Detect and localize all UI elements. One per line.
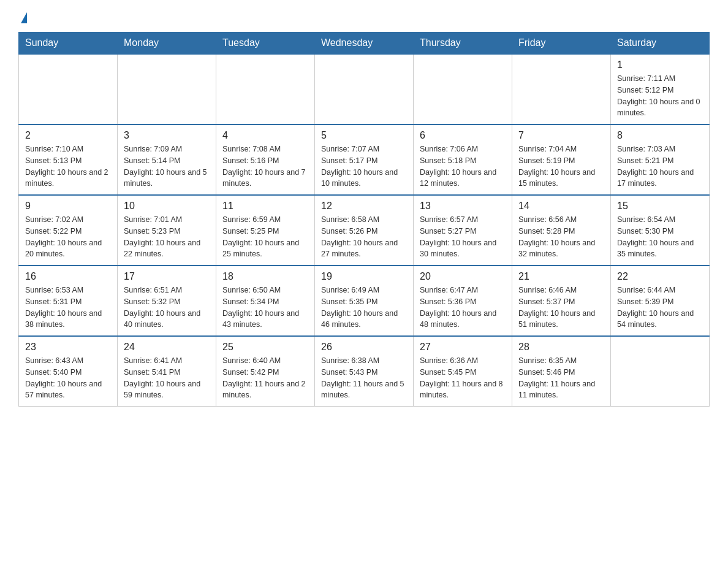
day-number: 23 [25,342,111,353]
day-info: Sunrise: 6:49 AMSunset: 5:35 PMDaylight:… [321,285,407,331]
day-info: Sunrise: 6:35 AMSunset: 5:46 PMDaylight:… [518,355,604,401]
day-number: 10 [124,201,210,212]
calendar-cell: 3Sunrise: 7:09 AMSunset: 5:14 PMDaylight… [118,124,216,195]
day-number: 12 [321,201,407,212]
day-of-week-header: Friday [512,33,611,55]
day-number: 3 [124,130,210,141]
day-number: 1 [617,59,703,71]
calendar-cell: 28Sunrise: 6:35 AMSunset: 5:46 PMDayligh… [512,336,611,407]
day-info: Sunrise: 6:36 AMSunset: 5:45 PMDaylight:… [420,355,506,401]
calendar-cell: 16Sunrise: 6:53 AMSunset: 5:31 PMDayligh… [19,266,118,336]
day-number: 25 [222,342,308,353]
calendar-cell: 22Sunrise: 6:44 AMSunset: 5:39 PMDayligh… [611,266,710,336]
day-number: 28 [518,342,604,353]
day-number: 24 [124,342,210,353]
day-info: Sunrise: 7:07 AMSunset: 5:17 PMDaylight:… [321,144,407,190]
calendar-cell: 11Sunrise: 6:59 AMSunset: 5:25 PMDayligh… [216,195,315,266]
calendar-cell [414,54,512,124]
calendar-week-row: 16Sunrise: 6:53 AMSunset: 5:31 PMDayligh… [19,266,710,336]
day-number: 8 [617,130,703,141]
calendar-cell: 9Sunrise: 7:02 AMSunset: 5:22 PMDaylight… [19,195,118,266]
day-number: 26 [321,342,407,353]
day-number: 2 [25,130,111,141]
calendar-week-row: 2Sunrise: 7:10 AMSunset: 5:13 PMDaylight… [19,124,710,195]
day-info: Sunrise: 6:38 AMSunset: 5:43 PMDaylight:… [321,355,407,401]
day-number: 20 [420,271,506,282]
calendar-cell: 13Sunrise: 6:57 AMSunset: 5:27 PMDayligh… [414,195,512,266]
day-info: Sunrise: 7:03 AMSunset: 5:21 PMDaylight:… [617,144,703,190]
calendar-cell: 5Sunrise: 7:07 AMSunset: 5:17 PMDaylight… [315,124,414,195]
calendar-week-row: 1Sunrise: 7:11 AMSunset: 5:12 PMDaylight… [19,54,710,124]
day-number: 19 [321,271,407,282]
day-number: 27 [420,342,506,353]
calendar-week-row: 23Sunrise: 6:43 AMSunset: 5:40 PMDayligh… [19,336,710,407]
calendar-cell: 14Sunrise: 6:56 AMSunset: 5:28 PMDayligh… [512,195,611,266]
day-number: 21 [518,271,604,282]
day-of-week-header: Monday [118,33,216,55]
calendar-cell: 24Sunrise: 6:41 AMSunset: 5:41 PMDayligh… [118,336,216,407]
day-of-week-header: Sunday [19,33,118,55]
calendar-cell: 26Sunrise: 6:38 AMSunset: 5:43 PMDayligh… [315,336,414,407]
day-number: 14 [518,201,604,212]
calendar-cell: 4Sunrise: 7:08 AMSunset: 5:16 PMDaylight… [216,124,315,195]
day-info: Sunrise: 6:58 AMSunset: 5:26 PMDaylight:… [321,214,407,260]
day-number: 13 [420,201,506,212]
day-info: Sunrise: 6:47 AMSunset: 5:36 PMDaylight:… [420,285,506,331]
calendar-cell: 17Sunrise: 6:51 AMSunset: 5:32 PMDayligh… [118,266,216,336]
page-header [18,12,710,22]
calendar-cell: 18Sunrise: 6:50 AMSunset: 5:34 PMDayligh… [216,266,315,336]
calendar-cell: 10Sunrise: 7:01 AMSunset: 5:23 PMDayligh… [118,195,216,266]
day-info: Sunrise: 7:10 AMSunset: 5:13 PMDaylight:… [25,144,111,190]
day-info: Sunrise: 6:43 AMSunset: 5:40 PMDaylight:… [25,355,111,401]
calendar-cell [512,54,611,124]
day-info: Sunrise: 6:41 AMSunset: 5:41 PMDaylight:… [124,355,210,401]
day-info: Sunrise: 7:11 AMSunset: 5:12 PMDaylight:… [617,73,703,119]
day-of-week-header: Thursday [414,33,512,55]
calendar-cell [118,54,216,124]
day-info: Sunrise: 6:46 AMSunset: 5:37 PMDaylight:… [518,285,604,331]
day-info: Sunrise: 6:50 AMSunset: 5:34 PMDaylight:… [222,285,308,331]
calendar-cell: 23Sunrise: 6:43 AMSunset: 5:40 PMDayligh… [19,336,118,407]
calendar-cell: 7Sunrise: 7:04 AMSunset: 5:19 PMDaylight… [512,124,611,195]
calendar-cell: 25Sunrise: 6:40 AMSunset: 5:42 PMDayligh… [216,336,315,407]
day-info: Sunrise: 6:44 AMSunset: 5:39 PMDaylight:… [617,285,703,331]
day-number: 15 [617,201,703,212]
day-of-week-header: Tuesday [216,33,315,55]
day-info: Sunrise: 7:06 AMSunset: 5:18 PMDaylight:… [420,144,506,190]
day-number: 16 [25,271,111,282]
day-number: 9 [25,201,111,212]
day-number: 5 [321,130,407,141]
calendar-cell: 2Sunrise: 7:10 AMSunset: 5:13 PMDaylight… [19,124,118,195]
day-number: 18 [222,271,308,282]
day-number: 22 [617,271,703,282]
calendar-cell: 1Sunrise: 7:11 AMSunset: 5:12 PMDaylight… [611,54,710,124]
day-number: 6 [420,130,506,141]
calendar-week-row: 9Sunrise: 7:02 AMSunset: 5:22 PMDaylight… [19,195,710,266]
day-info: Sunrise: 6:51 AMSunset: 5:32 PMDaylight:… [124,285,210,331]
calendar-cell [315,54,414,124]
day-info: Sunrise: 6:59 AMSunset: 5:25 PMDaylight:… [222,214,308,260]
calendar-cell: 21Sunrise: 6:46 AMSunset: 5:37 PMDayligh… [512,266,611,336]
calendar-table: SundayMondayTuesdayWednesdayThursdayFrid… [18,32,710,407]
calendar-cell [19,54,118,124]
day-info: Sunrise: 6:57 AMSunset: 5:27 PMDaylight:… [420,214,506,260]
logo-triangle-icon [21,12,27,23]
day-number: 4 [222,130,308,141]
day-info: Sunrise: 6:56 AMSunset: 5:28 PMDaylight:… [518,214,604,260]
calendar-cell: 8Sunrise: 7:03 AMSunset: 5:21 PMDaylight… [611,124,710,195]
day-number: 7 [518,130,604,141]
calendar-cell [216,54,315,124]
day-of-week-header: Wednesday [315,33,414,55]
day-info: Sunrise: 7:04 AMSunset: 5:19 PMDaylight:… [518,144,604,190]
calendar-cell: 20Sunrise: 6:47 AMSunset: 5:36 PMDayligh… [414,266,512,336]
calendar-cell: 19Sunrise: 6:49 AMSunset: 5:35 PMDayligh… [315,266,414,336]
calendar-header-row: SundayMondayTuesdayWednesdayThursdayFrid… [19,33,710,55]
day-info: Sunrise: 6:40 AMSunset: 5:42 PMDaylight:… [222,355,308,401]
day-info: Sunrise: 7:09 AMSunset: 5:14 PMDaylight:… [124,144,210,190]
day-info: Sunrise: 7:02 AMSunset: 5:22 PMDaylight:… [25,214,111,260]
day-info: Sunrise: 7:08 AMSunset: 5:16 PMDaylight:… [222,144,308,190]
calendar-cell: 6Sunrise: 7:06 AMSunset: 5:18 PMDaylight… [414,124,512,195]
calendar-cell: 12Sunrise: 6:58 AMSunset: 5:26 PMDayligh… [315,195,414,266]
logo [18,12,27,22]
day-number: 11 [222,201,308,212]
